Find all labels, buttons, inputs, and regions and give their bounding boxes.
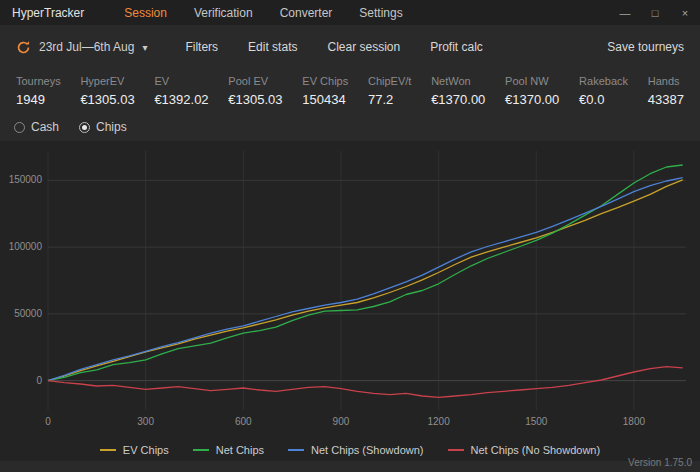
series-line-net-chips-no-showdown- — [48, 367, 683, 398]
radio-cash-label: Cash — [31, 120, 59, 134]
stat-pool-nw: Pool NW €1370.00 — [505, 75, 559, 107]
stat-value: €1305.03 — [80, 92, 134, 107]
stat-value: 43387 — [648, 92, 684, 107]
minimize-icon[interactable]: — — [610, 0, 640, 25]
stat-pool-ev: Pool EV €1305.03 — [228, 75, 282, 107]
legend-swatch — [193, 449, 209, 451]
legend-item-ev-chips[interactable]: EV Chips — [100, 444, 169, 456]
stat-value: 77.2 — [368, 92, 411, 107]
x-tick-label: 1500 — [525, 416, 548, 427]
version-label: Version 1.75.0 — [628, 457, 692, 468]
date-range-label: 23rd Jul—6th Aug — [39, 40, 134, 54]
legend-label: Net Chips (Showdown) — [311, 444, 424, 456]
y-tick-label: 0 — [36, 375, 42, 386]
stat-value: €1370.00 — [431, 92, 485, 107]
chevron-down-icon: ▾ — [142, 42, 147, 53]
stat-chipev-t: ChipEV/t 77.2 — [368, 75, 411, 107]
profit-calc-button[interactable]: Profit calc — [430, 40, 483, 54]
stat-label: Tourneys — [16, 75, 61, 87]
stat-rakeback: Rakeback €0.0 — [579, 75, 628, 107]
stat-label: Hands — [648, 75, 684, 87]
stat-value: €0.0 — [579, 92, 628, 107]
menu-item-settings[interactable]: Settings — [359, 6, 402, 20]
stat-label: Pool EV — [228, 75, 282, 87]
window-controls: — □ × — [610, 0, 700, 25]
close-icon[interactable]: × — [670, 0, 700, 25]
legend-item-net-chips[interactable]: Net Chips — [193, 444, 264, 456]
x-tick-label: 0 — [45, 416, 51, 427]
x-tick-label: 900 — [333, 416, 350, 427]
legend-item-net-chips-showdown-[interactable]: Net Chips (Showdown) — [288, 444, 424, 456]
radio-chips[interactable]: Chips — [79, 120, 127, 134]
legend-label: Net Chips (No Showdown) — [471, 444, 601, 456]
legend-swatch — [448, 449, 464, 451]
session-chart: 0500001000001500000300600900120015001800 — [0, 141, 700, 436]
title-bar: HyperTracker Session Verification Conver… — [0, 0, 700, 25]
y-tick-label: 50000 — [14, 308, 42, 319]
clear-session-button[interactable]: Clear session — [327, 40, 400, 54]
stat-label: EV — [154, 75, 208, 87]
stat-label: ChipEV/t — [368, 75, 411, 87]
series-line-ev-chips — [48, 180, 683, 381]
stats-summary: Tourneys 1949 HyperEV €1305.03 EV €1392.… — [0, 69, 700, 115]
view-toggle: Cash Chips — [0, 115, 700, 141]
menu-item-converter[interactable]: Converter — [280, 6, 333, 20]
stat-label: Rakeback — [579, 75, 628, 87]
menu-item-verification[interactable]: Verification — [194, 6, 253, 20]
stat-netwon: NetWon €1370.00 — [431, 75, 485, 107]
legend-swatch — [100, 449, 116, 451]
filters-button[interactable]: Filters — [185, 40, 218, 54]
stat-ev-chips: EV Chips 150434 — [302, 75, 348, 107]
stat-value: 150434 — [302, 92, 348, 107]
refresh-icon[interactable] — [16, 40, 31, 55]
maximize-icon[interactable]: □ — [640, 0, 670, 25]
stat-label: Pool NW — [505, 75, 559, 87]
stat-hyperev: HyperEV €1305.03 — [80, 75, 134, 107]
stat-tourneys: Tourneys 1949 — [16, 75, 61, 107]
stat-value: €1370.00 — [505, 92, 559, 107]
y-tick-label: 150000 — [9, 174, 43, 185]
stat-ev: EV €1392.02 — [154, 75, 208, 107]
series-line-net-chips-showdown- — [48, 178, 683, 381]
y-tick-label: 100000 — [9, 241, 43, 252]
radio-chips-label: Chips — [96, 120, 127, 134]
radio-cash-icon[interactable] — [14, 122, 25, 133]
series-line-net-chips — [48, 165, 683, 381]
edit-stats-button[interactable]: Edit stats — [248, 40, 297, 54]
x-tick-label: 1200 — [427, 416, 450, 427]
main-menu: Session Verification Converter Settings — [124, 6, 402, 20]
date-range-selector[interactable]: 23rd Jul—6th Aug ▾ — [16, 40, 147, 55]
x-tick-label: 600 — [235, 416, 252, 427]
app-title: HyperTracker — [12, 6, 84, 20]
session-chart-panel: 0500001000001500000300600900120015001800… — [0, 141, 700, 461]
legend-swatch — [288, 449, 304, 451]
stat-value: €1392.02 — [154, 92, 208, 107]
radio-chips-icon[interactable] — [79, 122, 90, 133]
stat-label: EV Chips — [302, 75, 348, 87]
stat-value: 1949 — [16, 92, 61, 107]
menu-item-session[interactable]: Session — [124, 6, 167, 20]
legend-item-net-chips-no-showdown-[interactable]: Net Chips (No Showdown) — [448, 444, 601, 456]
toolbar: 23rd Jul—6th Aug ▾ Filters Edit stats Cl… — [0, 25, 700, 69]
x-tick-label: 300 — [137, 416, 154, 427]
radio-cash[interactable]: Cash — [14, 120, 59, 134]
save-tourneys-button[interactable]: Save tourneys — [607, 40, 684, 54]
legend-label: EV Chips — [123, 444, 169, 456]
stat-label: HyperEV — [80, 75, 134, 87]
x-tick-label: 1800 — [623, 416, 646, 427]
stat-hands: Hands 43387 — [648, 75, 684, 107]
stat-value: €1305.03 — [228, 92, 282, 107]
chart-legend: EV ChipsNet ChipsNet Chips (Showdown)Net… — [0, 439, 700, 461]
legend-label: Net Chips — [216, 444, 264, 456]
stat-label: NetWon — [431, 75, 485, 87]
